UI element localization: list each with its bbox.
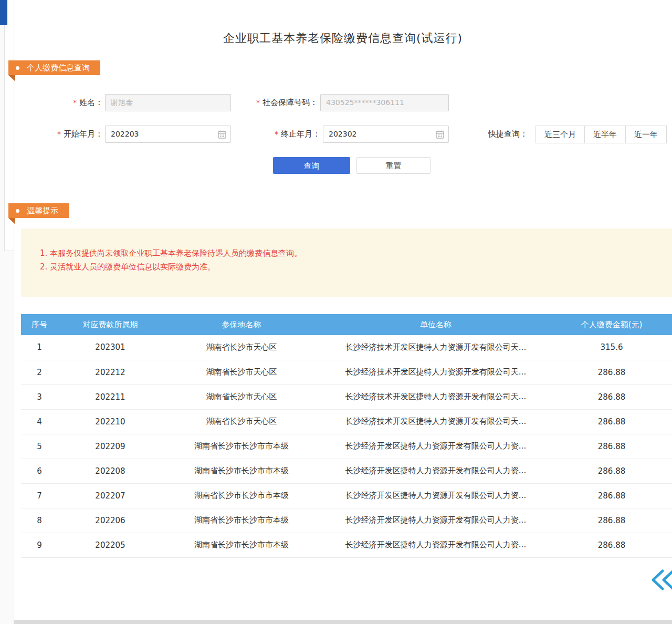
calendar-icon[interactable] bbox=[218, 130, 226, 139]
bottom-scrollbar-track[interactable] bbox=[14, 620, 672, 624]
notice-box: 1. 本服务仅提供尚未领取企业职工基本养老保险待遇人员的缴费信息查询。 2. 灵… bbox=[21, 228, 672, 297]
quick-btn-last-3-months[interactable]: 近三个月 bbox=[536, 126, 585, 143]
section-badge-tips: 温馨提示 bbox=[8, 203, 69, 218]
table-cell: 202208 bbox=[58, 459, 163, 483]
table-cell: 202212 bbox=[58, 360, 163, 384]
table-cell: 长沙经济开发区捷特人力资源开发有限公司人力资... bbox=[320, 434, 551, 459]
column-header-employer: 单位名称 bbox=[320, 314, 551, 335]
table-body: 1202301湖南省长沙市天心区长沙经济技术开发区捷特人力资源开发有限公司天..… bbox=[21, 335, 672, 557]
table-cell: 286.88 bbox=[551, 483, 672, 508]
calendar-icon[interactable] bbox=[436, 130, 444, 139]
section-badge-label: 温馨提示 bbox=[27, 206, 58, 216]
table-cell: 202210 bbox=[58, 409, 163, 434]
table-cell: 286.88 bbox=[551, 409, 672, 434]
query-button[interactable]: 查询 bbox=[273, 157, 350, 174]
table-cell: 6 bbox=[21, 459, 58, 483]
table-cell: 湖南省长沙市天心区 bbox=[163, 335, 320, 360]
section-badge-personal-query: 个人缴费信息查询 bbox=[8, 60, 100, 75]
reset-button[interactable]: 重置 bbox=[356, 157, 430, 174]
table-header-row: 序号 对应费款所属期 参保地名称 单位名称 个人缴费金额(元) bbox=[21, 314, 672, 335]
name-label: *姓名： bbox=[47, 94, 103, 111]
start-month-field[interactable]: 202203 bbox=[105, 126, 231, 143]
table-row: 4202210湖南省长沙市天心区长沙经济技术开发区捷特人力资源开发有限公司天..… bbox=[21, 409, 672, 434]
table-cell: 湖南省长沙市天心区 bbox=[163, 384, 320, 409]
table-cell: 2 bbox=[21, 360, 58, 384]
table-cell: 湖南省长沙市天心区 bbox=[163, 360, 320, 384]
notice-line: 1. 本服务仅提供尚未领取企业职工基本养老保险待遇人员的缴费信息查询。 bbox=[40, 246, 672, 260]
bullet-icon bbox=[16, 209, 19, 213]
left-rail-blue-block bbox=[0, 0, 7, 25]
table-cell: 315.6 bbox=[551, 335, 672, 360]
table-cell: 202211 bbox=[58, 384, 163, 409]
ssn-label: *社会保障号码： bbox=[231, 94, 318, 111]
table-cell: 202207 bbox=[58, 483, 163, 508]
table-cell: 长沙经济技术开发区捷特人力资源开发有限公司天... bbox=[320, 335, 551, 360]
table-cell: 长沙经济开发区捷特人力资源开发有限公司人力资... bbox=[320, 533, 551, 557]
table-row: 5202209湖南省长沙市长沙市市本级长沙经济开发区捷特人力资源开发有限公司人力… bbox=[21, 434, 672, 459]
table-cell: 湖南省长沙市长沙市市本级 bbox=[163, 434, 320, 459]
table-row: 6202208湖南省长沙市长沙市市本级长沙经济开发区捷特人力资源开发有限公司人力… bbox=[21, 459, 672, 483]
table-row: 1202301湖南省长沙市天心区长沙经济技术开发区捷特人力资源开发有限公司天..… bbox=[21, 335, 672, 360]
table-cell: 4 bbox=[21, 409, 58, 434]
quick-query-label: 快捷查询： bbox=[488, 126, 533, 143]
table-cell: 286.88 bbox=[551, 533, 672, 557]
table-cell: 1 bbox=[21, 335, 58, 360]
table-cell: 湖南省长沙市长沙市市本级 bbox=[163, 508, 320, 533]
notice-line: 2. 灵活就业人员的缴费单位信息以实际缴费为准。 bbox=[40, 260, 672, 274]
results-table: 序号 对应费款所属期 参保地名称 单位名称 个人缴费金额(元) 1202301湖… bbox=[21, 314, 672, 558]
table-cell: 9 bbox=[21, 533, 58, 557]
chevron-double-left-icon[interactable] bbox=[651, 569, 672, 591]
required-asterisk: * bbox=[57, 130, 61, 138]
table-cell: 202206 bbox=[58, 508, 163, 533]
table-cell: 长沙经济技术开发区捷特人力资源开发有限公司天... bbox=[320, 384, 551, 409]
table-cell: 湖南省长沙市长沙市市本级 bbox=[163, 459, 320, 483]
required-asterisk: * bbox=[275, 130, 278, 138]
table-row: 3202211湖南省长沙市天心区长沙经济技术开发区捷特人力资源开发有限公司天..… bbox=[21, 384, 672, 409]
table-cell: 湖南省长沙市长沙市市本级 bbox=[163, 483, 320, 508]
table-cell: 长沙经济开发区捷特人力资源开发有限公司人力资... bbox=[320, 459, 551, 483]
page-title: 企业职工基本养老保险缴费信息查询(试运行) bbox=[14, 30, 672, 46]
table-cell: 286.88 bbox=[551, 434, 672, 459]
table-row: 7202207湖南省长沙市长沙市市本级长沙经济开发区捷特人力资源开发有限公司人力… bbox=[21, 483, 672, 508]
table-row: 9202205湖南省长沙市长沙市市本级长沙经济开发区捷特人力资源开发有限公司人力… bbox=[21, 533, 672, 557]
required-asterisk: * bbox=[73, 98, 77, 107]
table-cell: 3 bbox=[21, 384, 58, 409]
table-cell: 7 bbox=[21, 483, 58, 508]
table-row: 2202212湖南省长沙市天心区长沙经济技术开发区捷特人力资源开发有限公司天..… bbox=[21, 360, 672, 384]
table-cell: 286.88 bbox=[551, 459, 672, 483]
section-badge-label: 个人缴费信息查询 bbox=[27, 63, 90, 73]
ssn-field[interactable]: 430525******306111 bbox=[320, 94, 449, 111]
bullet-icon bbox=[16, 66, 19, 70]
table-cell: 湖南省长沙市长沙市市本级 bbox=[163, 533, 320, 557]
table-cell: 202301 bbox=[58, 335, 163, 360]
table-cell: 286.88 bbox=[551, 508, 672, 533]
name-field[interactable]: 谢旭泰 bbox=[105, 94, 231, 111]
results-table-container: 序号 对应费款所属期 参保地名称 单位名称 个人缴费金额(元) 1202301湖… bbox=[21, 314, 672, 558]
table-cell: 286.88 bbox=[551, 384, 672, 409]
column-header-seq: 序号 bbox=[21, 314, 58, 335]
table-cell: 8 bbox=[21, 508, 58, 533]
table-cell: 湖南省长沙市天心区 bbox=[163, 409, 320, 434]
end-month-label: *终止年月： bbox=[247, 126, 320, 143]
quick-btn-last-half-year[interactable]: 近半年 bbox=[584, 126, 626, 143]
column-header-insured-place: 参保地名称 bbox=[163, 314, 320, 335]
table-cell: 202205 bbox=[58, 533, 163, 557]
start-month-label: *开始年月： bbox=[42, 126, 103, 143]
quick-btn-last-year[interactable]: 近一年 bbox=[625, 126, 667, 143]
table-row: 8202206湖南省长沙市长沙市市本级长沙经济开发区捷特人力资源开发有限公司人力… bbox=[21, 508, 672, 533]
required-asterisk: * bbox=[256, 98, 260, 107]
table-cell: 长沙经济开发区捷特人力资源开发有限公司人力资... bbox=[320, 483, 551, 508]
table-cell: 长沙经济技术开发区捷特人力资源开发有限公司天... bbox=[320, 360, 551, 384]
column-header-period: 对应费款所属期 bbox=[58, 314, 163, 335]
quick-query-group: 近三个月 近半年 近一年 bbox=[536, 126, 667, 143]
table-cell: 286.88 bbox=[551, 360, 672, 384]
table-cell: 5 bbox=[21, 434, 58, 459]
end-month-field[interactable]: 202302 bbox=[323, 126, 449, 143]
table-cell: 202209 bbox=[58, 434, 163, 459]
column-header-amount: 个人缴费金额(元) bbox=[551, 314, 672, 335]
table-cell: 长沙经济技术开发区捷特人力资源开发有限公司天... bbox=[320, 409, 551, 434]
table-cell: 长沙经济开发区捷特人力资源开发有限公司人力资... bbox=[320, 508, 551, 533]
